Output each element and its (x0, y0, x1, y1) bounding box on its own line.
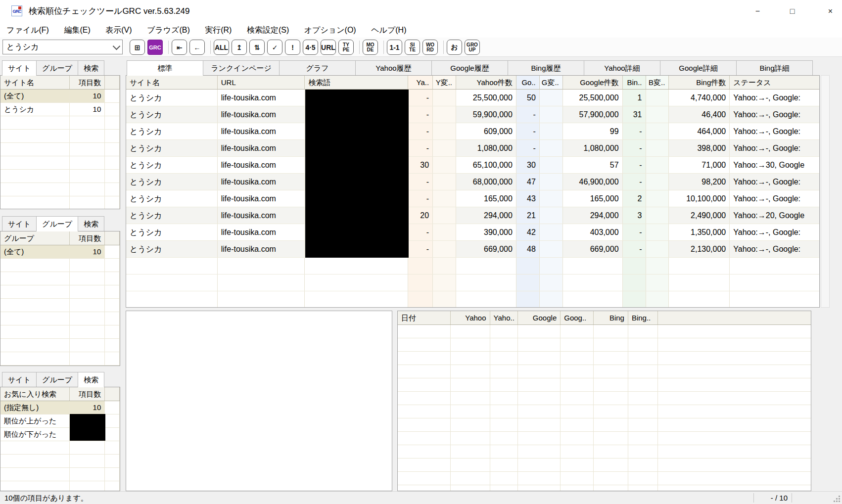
column-header[interactable]: Yaho.. (490, 311, 518, 324)
column-header[interactable]: 項目数 (70, 76, 105, 89)
column-header[interactable]: サイト名 (126, 76, 218, 89)
up-arrow-button[interactable]: ↥ (232, 40, 247, 55)
sidebar-tab-サイト[interactable]: サイト (2, 216, 37, 231)
alert-button[interactable]: ! (285, 40, 300, 55)
sidebar-tab-検索[interactable]: 検索 (78, 60, 104, 75)
column-header[interactable]: 日付 (398, 311, 451, 324)
column-header[interactable]: お気に入り検索 (0, 387, 70, 401)
table-row[interactable]: とうシカlife-tousika.com-1,080,000-1,080,000… (126, 140, 819, 157)
sidebar-tab-グループ[interactable]: グループ (36, 216, 78, 231)
table-row[interactable]: とうシカlife-tousika.com-68,000,0004746,900,… (126, 174, 819, 190)
list-item[interactable]: (指定無し)10 (0, 401, 120, 414)
column-header[interactable]: 項目数 (70, 231, 105, 245)
table-row[interactable]: とうシカlife-tousika.com-609,000-99-464,000Y… (126, 123, 819, 140)
column-header[interactable]: G変.. (540, 76, 563, 89)
close-icon[interactable]: × (819, 0, 842, 22)
tab-bing-history[interactable]: Bing履歴 (508, 60, 584, 75)
updown-arrow-button[interactable]: ⇅ (249, 40, 265, 55)
table-cell (658, 472, 811, 485)
maximize-icon[interactable]: □ (781, 0, 804, 22)
sidebar-tab-検索[interactable]: 検索 (78, 372, 104, 387)
empty-row (0, 299, 120, 312)
column-header[interactable]: B変.. (646, 76, 669, 89)
keyword-combobox[interactable]: とうシカ (2, 40, 123, 54)
column-header[interactable]: Google (518, 311, 561, 324)
table-row[interactable]: とうシカlife-tousika.com20294,00021294,00032… (126, 207, 819, 224)
minimize-icon[interactable]: − (746, 0, 769, 22)
type-button[interactable]: TY PE (338, 40, 354, 55)
go-back-button[interactable]: ← (189, 40, 205, 55)
tab-standard[interactable]: 標準 (127, 60, 203, 76)
menu-help[interactable]: ヘルプ(H) (365, 22, 413, 38)
column-header[interactable]: Bin.. (623, 76, 646, 89)
table-cell: 3 (623, 207, 646, 224)
column-header[interactable]: サイト名 (0, 76, 70, 89)
tab-rankin-pages[interactable]: ランクインページ (203, 60, 280, 75)
one-to-one-button[interactable]: 1-1 (387, 40, 402, 55)
resize-grip-icon[interactable] (834, 496, 840, 502)
column-header[interactable]: Bing件数 (669, 76, 730, 89)
tab-graph[interactable]: グラフ (279, 60, 356, 75)
favorite-button[interactable]: お (447, 40, 462, 55)
column-header[interactable]: 項目数 (70, 387, 105, 401)
row-filler (105, 170, 120, 183)
column-header[interactable]: Google件数 (563, 76, 623, 89)
table-cell (305, 291, 408, 308)
sidebar-panel-sites: サイト名項目数(全て)10とうシカ10 (0, 75, 120, 209)
check-all-button[interactable]: ALL (214, 40, 229, 55)
column-header[interactable]: Yahoo (451, 311, 490, 324)
table-row[interactable]: とうシカlife-tousika.com-59,900,000-57,900,0… (126, 106, 819, 123)
sidebar-tab-検索[interactable]: 検索 (78, 216, 104, 231)
column-header[interactable]: Yahoo件数 (456, 76, 516, 89)
column-header[interactable]: URL (218, 76, 305, 89)
url-button[interactable]: URL (321, 40, 336, 55)
menu-edit[interactable]: 編集(E) (57, 22, 96, 38)
table-row[interactable]: とうシカlife-tousika.com-165,00043165,000210… (126, 190, 819, 207)
table-row[interactable]: とうシカlife-tousika.com-25,500,0005025,500,… (126, 90, 819, 106)
table-cell (518, 338, 561, 351)
table-row[interactable]: とうシカlife-tousika.com-390,00042403,000-1,… (126, 224, 819, 241)
column-header[interactable]: Goog.. (561, 311, 594, 324)
sidebar-tab-グループ[interactable]: グループ (36, 60, 78, 75)
add-item-button[interactable]: ⊞ (130, 40, 145, 55)
sidebar-tab-グループ[interactable]: グループ (36, 372, 78, 387)
table-row[interactable]: とうシカlife-tousika.com-669,00048669,000-2,… (126, 241, 819, 258)
table-cell (646, 275, 669, 291)
tab-google-history[interactable]: Google履歴 (431, 60, 508, 75)
table-row[interactable]: とうシカlife-tousika.com3065,100,0003057-71,… (126, 157, 819, 174)
column-header[interactable]: 検索語 (305, 76, 408, 89)
column-header[interactable]: ステータス (730, 76, 819, 89)
menu-file[interactable]: ファイル(F) (0, 22, 55, 38)
45-button[interactable]: 4·5 (303, 40, 318, 55)
column-header[interactable]: Y変.. (433, 76, 456, 89)
column-header[interactable]: グループ (0, 231, 70, 245)
menu-search-settings[interactable]: 検索設定(S) (240, 22, 295, 38)
list-item[interactable]: とうシカ10 (0, 103, 120, 116)
column-header[interactable]: Go.. (516, 76, 540, 89)
column-header[interactable]: Bing.. (628, 311, 658, 324)
site-button[interactable]: SI TE (405, 40, 420, 55)
menu-browse[interactable]: ブラウズ(B) (140, 22, 196, 38)
tab-yahoo-history[interactable]: Yahoo履歴 (355, 60, 432, 75)
column-header[interactable]: Ya.. (408, 76, 433, 89)
menu-view[interactable]: 表示(V) (99, 22, 138, 38)
grc-button[interactable]: GRC (147, 40, 163, 55)
tab-google-detail[interactable]: Google詳細 (660, 60, 737, 75)
list-item[interactable]: (全て)10 (0, 245, 120, 259)
mode-button[interactable]: MO DE (363, 40, 378, 55)
word-button[interactable]: WO RD (422, 40, 438, 55)
rank-check-button[interactable]: ✓ (267, 40, 282, 55)
go-first-button[interactable]: ⇤ (172, 40, 187, 55)
sidebar-tab-サイト[interactable]: サイト (2, 60, 37, 76)
vertical-scrollbar[interactable] (821, 75, 830, 308)
column-header[interactable]: Bing (594, 311, 628, 324)
sidebar-tab-サイト[interactable]: サイト (2, 372, 37, 387)
group-button[interactable]: GRO UP (465, 40, 480, 55)
app-window: GRC 検索順位チェックツールGRC ver.5.63.249 − □ × ファ… (0, 0, 842, 504)
tab-bing-detail[interactable]: Bing詳細 (736, 60, 813, 75)
menu-options[interactable]: オプション(O) (298, 22, 363, 38)
column-header[interactable] (658, 311, 811, 324)
tab-yahoo-detail[interactable]: Yahoo詳細 (584, 60, 660, 75)
list-item[interactable]: (全て)10 (0, 90, 120, 103)
menu-run[interactable]: 実行(R) (198, 22, 238, 38)
